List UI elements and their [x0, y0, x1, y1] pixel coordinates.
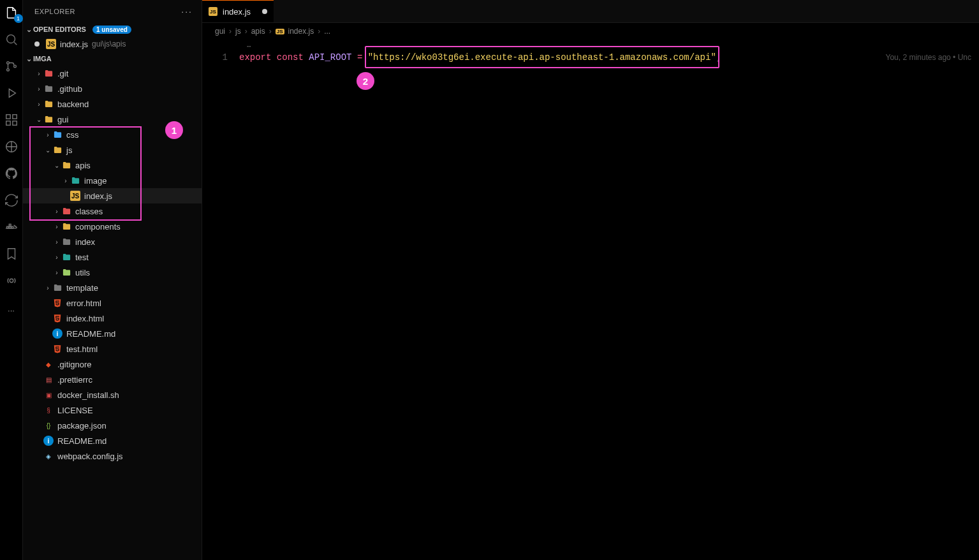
file-row[interactable]: error.html	[23, 295, 202, 311]
folder-icon	[52, 129, 63, 140]
chevron-right-icon: ›	[318, 27, 320, 36]
gutter: 1	[202, 42, 239, 560]
open-editors-header[interactable]: ⌄ OPEN EDITORS 1 unsaved	[23, 22, 202, 36]
folder-row[interactable]: ⌄js	[23, 142, 202, 158]
activity-live-icon[interactable]	[4, 273, 19, 288]
code-fold-ellipsis: ⋯	[239, 42, 979, 51]
chevron-right-icon: ›	[52, 208, 61, 215]
folder-icon	[52, 283, 63, 293]
activity-github-icon[interactable]	[4, 166, 19, 181]
tree-item-label: utils	[75, 268, 90, 277]
git-file-icon: ◆	[43, 359, 54, 369]
js-file-icon: JS	[70, 191, 80, 201]
tree-item-label: LICENSE	[57, 406, 93, 415]
open-editor-path: gui\js\apis	[92, 40, 126, 48]
workspace-header[interactable]: ⌄ IMGA	[23, 52, 202, 66]
open-editor-item[interactable]: JS index.js gui\js\apis	[23, 36, 202, 52]
js-file-icon: JS	[46, 39, 56, 49]
tab-index-js[interactable]: JS index.js	[202, 0, 274, 22]
js-file-icon: JS	[209, 7, 217, 16]
code-editor[interactable]: 1 ⋯ export const API_ROOT = "https://wko…	[202, 40, 979, 560]
tree-item-label: .git	[57, 69, 68, 78]
tree-item-label: css	[66, 130, 79, 140]
activity-sync-icon[interactable]	[4, 193, 19, 208]
tree-item-label: test.html	[66, 344, 98, 354]
token-keyword: const	[277, 52, 304, 63]
webpack-file-icon: ◈	[43, 451, 54, 461]
breadcrumb-tail: ...	[324, 27, 330, 36]
activity-scm-icon[interactable]	[4, 59, 19, 74]
folder-icon	[61, 237, 71, 247]
activity-extensions-icon[interactable]	[4, 112, 19, 128]
workspace-name: IMGA	[33, 55, 52, 63]
file-row[interactable]: ◈webpack.config.js	[23, 448, 202, 464]
html-file-icon	[52, 298, 63, 308]
tree-item-label: error.html	[66, 298, 101, 308]
code-content[interactable]: ⋯ export const API_ROOT = "https://wko03…	[239, 42, 979, 560]
chevron-right-icon: ›	[34, 70, 43, 77]
folder-row[interactable]: ›index	[23, 234, 202, 249]
tree-item-label: docker_install.sh	[57, 390, 119, 400]
folder-icon	[43, 68, 54, 78]
breadcrumb-file[interactable]: index.js	[288, 27, 314, 36]
chevron-right-icon: ›	[269, 27, 272, 36]
folder-row[interactable]: ›image	[23, 173, 202, 188]
activity-debug-icon[interactable]	[4, 85, 19, 101]
breadcrumb-part[interactable]: gui	[215, 27, 225, 36]
folder-row[interactable]: ›utils	[23, 265, 202, 280]
modified-dot-icon	[34, 41, 40, 47]
file-row[interactable]: ▣docker_install.sh	[23, 387, 202, 402]
folder-row[interactable]: ›test	[23, 249, 202, 265]
explorer-more-icon[interactable]: ···	[181, 6, 193, 17]
folder-icon	[61, 267, 71, 277]
svg-rect-6	[6, 121, 10, 125]
code-line[interactable]: export const API_ROOT = "https://wko03tg…	[239, 51, 979, 64]
file-row[interactable]: index.html	[23, 311, 202, 326]
tree-item-label: package.json	[57, 421, 107, 431]
chevron-down-icon: ⌄	[24, 55, 33, 63]
token-identifier: API_ROOT	[309, 52, 351, 63]
svg-point-13	[10, 279, 13, 283]
file-row[interactable]: ▤.prettierrc	[23, 372, 202, 387]
folder-icon	[43, 84, 54, 94]
file-row[interactable]: iREADME.md	[23, 326, 202, 341]
annotation-callout-1: 1	[165, 121, 183, 139]
folder-row[interactable]: ›.github	[23, 81, 202, 96]
chevron-right-icon: ›	[52, 223, 61, 230]
tree-item-label: test	[75, 253, 89, 262]
folder-row[interactable]: ›backend	[23, 96, 202, 112]
tree-item-label: classes	[75, 207, 103, 216]
activity-docker-icon[interactable]	[4, 219, 19, 235]
breadcrumbs[interactable]: gui › js › apis › JS index.js › ...	[202, 23, 979, 40]
svg-point-3	[13, 65, 16, 68]
token-operator: =	[357, 52, 362, 63]
activity-explorer-icon[interactable]: 1	[4, 5, 19, 20]
folder-row[interactable]: ›components	[23, 219, 202, 234]
chevron-down-icon: ⌄	[34, 116, 43, 123]
file-row[interactable]: JSindex.js	[23, 188, 202, 203]
token-string: "https://wko03tg6ei.execute-api.ap-south…	[368, 52, 716, 63]
file-row[interactable]: ◆.gitignore	[23, 357, 202, 372]
folder-row[interactable]: ›.git	[23, 66, 202, 81]
chevron-right-icon: ›	[43, 131, 52, 138]
folder-row[interactable]: ›classes	[23, 203, 202, 219]
svg-point-1	[6, 62, 9, 64]
folder-row[interactable]: ⌄apis	[23, 158, 202, 173]
activity-search-icon[interactable]	[4, 32, 19, 47]
breadcrumb-part[interactable]: js	[235, 27, 241, 36]
tab-modified-dot-icon[interactable]	[262, 9, 267, 14]
tab-label: index.js	[223, 7, 251, 17]
activity-remote-icon[interactable]	[4, 139, 19, 154]
file-row[interactable]: iREADME.md	[23, 433, 202, 448]
tree-item-label: gui	[57, 115, 68, 124]
breadcrumb-part[interactable]: apis	[251, 27, 265, 36]
tree-item-label: apis	[75, 161, 91, 170]
activity-bookmark-icon[interactable]	[4, 246, 19, 262]
prettier-file-icon: ▤	[43, 374, 54, 385]
file-row[interactable]: test.html	[23, 341, 202, 357]
activity-more-icon[interactable]: ···	[4, 302, 19, 318]
file-row[interactable]: §LICENSE	[23, 402, 202, 418]
tree-item-label: index.js	[84, 191, 112, 201]
file-row[interactable]: {}package.json	[23, 418, 202, 433]
folder-row[interactable]: ›template	[23, 280, 202, 295]
